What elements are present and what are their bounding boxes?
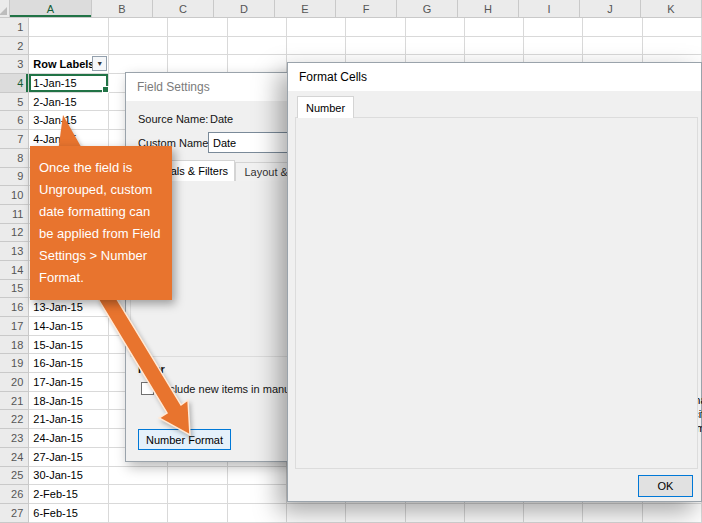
grid-cell[interactable]: [228, 504, 287, 523]
cell-column-a[interactable]: 2-Feb-15 ▼: [29, 485, 109, 504]
grid-cell[interactable]: [228, 37, 287, 56]
grid-cell[interactable]: [583, 37, 642, 56]
row-number-header[interactable]: 15: [0, 280, 29, 299]
column-header[interactable]: E: [275, 0, 336, 18]
row-number-header[interactable]: 5: [0, 93, 29, 112]
grid-cell[interactable]: [465, 504, 524, 523]
grid-cell[interactable]: [109, 467, 168, 486]
row-number-header[interactable]: 22: [0, 410, 29, 429]
number-format-button[interactable]: Number Format: [138, 429, 231, 450]
row-number-header[interactable]: 1: [0, 18, 29, 37]
row-number-header[interactable]: 12: [0, 224, 29, 243]
row-number-header[interactable]: 20: [0, 373, 29, 392]
grid-cell[interactable]: [524, 18, 583, 37]
grid-cell[interactable]: [583, 18, 642, 37]
cell-column-a[interactable]: 3-Jan-15 ▼: [29, 111, 109, 130]
grid-cell[interactable]: [287, 37, 346, 56]
grid-cell[interactable]: [109, 485, 168, 504]
grid-cell[interactable]: [168, 485, 227, 504]
row-number-header[interactable]: 4: [0, 74, 29, 93]
row-number-header[interactable]: 24: [0, 448, 29, 467]
cell-column-a[interactable]: 27-Jan-15 ▼: [29, 448, 109, 467]
column-header[interactable]: D: [214, 0, 275, 18]
row-number-header[interactable]: 7: [0, 130, 29, 149]
column-header[interactable]: F: [336, 0, 397, 18]
cell-column-a[interactable]: 2-Jan-15 ▼: [29, 93, 109, 112]
cell-column-a[interactable]: 6-Feb-15 ▼: [29, 504, 109, 523]
grid-cell[interactable]: [406, 37, 465, 56]
cell-column-a[interactable]: 16-Jan-15 ▼: [29, 354, 109, 373]
cell-column-a[interactable]: 30-Jan-15 ▼: [29, 467, 109, 486]
grid-cell[interactable]: [346, 504, 405, 523]
grid-cell[interactable]: [643, 18, 702, 37]
grid-cell[interactable]: [228, 18, 287, 37]
grid-cell[interactable]: [228, 485, 287, 504]
row-number-header[interactable]: 11: [0, 205, 29, 224]
grid-cell[interactable]: [109, 18, 168, 37]
grid-cell[interactable]: [524, 504, 583, 523]
cell-column-a[interactable]: 17-Jan-15 ▼: [29, 373, 109, 392]
grid-cell[interactable]: [643, 37, 702, 56]
column-header[interactable]: H: [458, 0, 519, 18]
row-number-header[interactable]: 17: [0, 317, 29, 336]
cell-column-a[interactable]: 24-Jan-15 ▼: [29, 429, 109, 448]
grid-cell[interactable]: [524, 37, 583, 56]
row-number-header[interactable]: 9: [0, 168, 29, 187]
row-number-header[interactable]: 8: [0, 149, 29, 168]
column-header[interactable]: A: [10, 0, 92, 18]
column-header[interactable]: K: [641, 0, 702, 18]
row-number-header[interactable]: 23: [0, 429, 29, 448]
cell-column-a[interactable]: ▼: [29, 37, 109, 56]
column-header[interactable]: B: [92, 0, 153, 18]
grid-cell[interactable]: [109, 37, 168, 56]
grid-cell[interactable]: [109, 504, 168, 523]
grid-cell[interactable]: [168, 37, 227, 56]
filter-dropdown-icon[interactable]: ▼: [92, 56, 107, 71]
grid-cell[interactable]: [465, 18, 524, 37]
grid-cell[interactable]: [643, 504, 702, 523]
grid-cell[interactable]: [406, 504, 465, 523]
row-number-header[interactable]: 6: [0, 111, 29, 130]
row-number-header[interactable]: 2: [0, 37, 29, 56]
grid-cell[interactable]: [287, 504, 346, 523]
column-header[interactable]: I: [519, 0, 580, 18]
cell-column-a[interactable]: 18-Jan-15 ▼: [29, 392, 109, 411]
row-number-header[interactable]: 19: [0, 354, 29, 373]
grid-cell[interactable]: [465, 37, 524, 56]
grid-cell[interactable]: [583, 504, 642, 523]
grid-cell[interactable]: [346, 37, 405, 56]
grid-cell[interactable]: [346, 18, 405, 37]
row-number-header[interactable]: 16: [0, 298, 29, 317]
ok-button[interactable]: OK: [638, 475, 693, 497]
grid-cell[interactable]: [168, 18, 227, 37]
row-number-header[interactable]: 25: [0, 467, 29, 486]
row-number-header[interactable]: 26: [0, 485, 29, 504]
cell-column-a[interactable]: ▼: [29, 18, 109, 37]
cell-value: 16-Jan-15: [33, 357, 83, 369]
grid-cell[interactable]: [168, 467, 227, 486]
cell-column-a[interactable]: 1-Jan-15 ▼: [29, 74, 109, 93]
cell-column-a[interactable]: 15-Jan-15 ▼: [29, 336, 109, 355]
column-header[interactable]: C: [153, 0, 214, 18]
grid-cell[interactable]: [406, 18, 465, 37]
row-number-header[interactable]: 13: [0, 242, 29, 261]
grid-cell[interactable]: [168, 504, 227, 523]
cell-column-a[interactable]: 14-Jan-15 ▼: [29, 317, 109, 336]
grid-cell[interactable]: [287, 18, 346, 37]
include-new-items-checkbox[interactable]: [141, 382, 154, 395]
row-number-header[interactable]: 18: [0, 336, 29, 355]
row-number-header[interactable]: 10: [0, 186, 29, 205]
cell-value: 1-Jan-15: [33, 77, 76, 89]
tab-number[interactable]: Number: [297, 96, 354, 118]
cell-column-a[interactable]: 13-Jan-15 ▼: [29, 298, 109, 317]
cell-column-a[interactable]: Row Labels ▼: [29, 55, 109, 74]
cell-column-a[interactable]: 21-Jan-15 ▼: [29, 410, 109, 429]
column-header[interactable]: G: [397, 0, 458, 18]
column-header[interactable]: J: [580, 0, 641, 18]
select-all-button[interactable]: [0, 0, 10, 18]
row-number-header[interactable]: 14: [0, 261, 29, 280]
row-number-header[interactable]: 27: [0, 504, 29, 523]
grid-cell[interactable]: [228, 467, 287, 486]
row-number-header[interactable]: 21: [0, 392, 29, 411]
row-number-header[interactable]: 3: [0, 55, 29, 74]
